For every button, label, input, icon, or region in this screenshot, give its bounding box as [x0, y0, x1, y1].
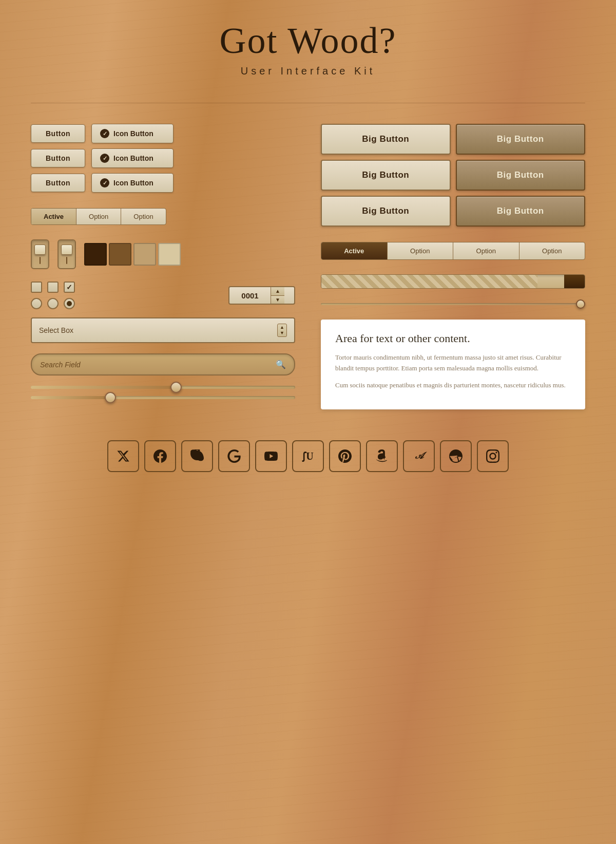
swatch-group	[84, 243, 181, 266]
swatch-light[interactable]	[158, 243, 181, 266]
checkboxes-row	[31, 282, 75, 293]
stepper-down[interactable]: ▼	[271, 296, 284, 304]
buttons-section: Button Icon Button Button Icon Button Bu…	[31, 124, 295, 193]
facebook-icon[interactable]	[144, 440, 176, 472]
stepper-arrows: ▲ ▼	[271, 287, 284, 304]
big-btn-1[interactable]: Big Button	[321, 124, 451, 155]
left-tab-active[interactable]: Active	[31, 209, 76, 224]
dribbble-icon[interactable]	[440, 440, 472, 472]
content-para-1: Tortor mauris condimentum nibh, ut ferme…	[335, 352, 571, 374]
icon-button-2[interactable]: Icon Button	[91, 148, 174, 168]
toggle-knob-1	[34, 245, 46, 255]
right-tab-option-2[interactable]: Option	[453, 242, 519, 259]
search-icon: 🔍	[276, 360, 286, 369]
slider-1-fill	[31, 386, 176, 389]
content-area: Area for text or other content. Tortor m…	[321, 320, 585, 409]
slider-1-container	[31, 386, 295, 389]
checkbox-3[interactable]	[64, 282, 75, 293]
right-tab-option-1[interactable]: Option	[388, 242, 454, 259]
main-grid: Button Icon Button Button Icon Button Bu…	[31, 124, 585, 419]
left-tab-group: Active Option Option	[31, 208, 166, 225]
check-icon-1	[100, 129, 109, 138]
icon-button-label-2: Icon Button	[113, 154, 153, 162]
slider-1-track[interactable]	[31, 386, 295, 389]
big-btn-5[interactable]: Big Button	[321, 196, 451, 227]
checkbox-2[interactable]	[47, 282, 59, 293]
plain-button-3[interactable]: Button	[31, 174, 85, 192]
progress-bar-container	[321, 274, 585, 289]
icon-button-3[interactable]: Icon Button	[91, 173, 174, 193]
radio-3[interactable]	[64, 298, 75, 309]
appstore-icon[interactable]: 𝒜	[403, 440, 435, 472]
radio-1[interactable]	[31, 298, 42, 309]
pinterest-icon[interactable]	[329, 440, 361, 472]
search-placeholder: Search Field	[40, 361, 276, 369]
toggle-switch-1[interactable]	[31, 239, 49, 269]
instagram-icon[interactable]	[477, 440, 509, 472]
social-row: ʃU 𝒜	[31, 440, 585, 472]
toggle-line-1	[40, 257, 41, 264]
header: Got Wood? User Interface Kit	[31, 21, 585, 77]
swatch-medium-dark[interactable]	[109, 243, 131, 266]
button-row-3: Button Icon Button	[31, 173, 295, 193]
swatch-medium[interactable]	[133, 243, 156, 266]
plain-button-2[interactable]: Button	[31, 149, 85, 167]
google-icon[interactable]	[218, 440, 250, 472]
content-para-2: Cum sociis natoque penatibus et magnis d…	[335, 380, 571, 391]
stumbleupon-icon[interactable]: ʃU	[292, 440, 324, 472]
page-title: Got Wood?	[31, 21, 585, 61]
toggle-line-2	[66, 257, 67, 264]
swatch-dark[interactable]	[84, 243, 107, 266]
select-arrow-up: ▲	[280, 325, 284, 330]
radio-2[interactable]	[47, 298, 59, 309]
slider-2-track[interactable]	[31, 396, 295, 399]
twitter-icon[interactable]	[107, 440, 139, 472]
right-column: Big Button Big Button Big Button Big But…	[321, 124, 585, 419]
progress-track	[321, 274, 585, 289]
slider-1-thumb[interactable]	[170, 382, 182, 393]
big-buttons-grid: Big Button Big Button Big Button Big But…	[321, 124, 585, 227]
stepper-area: 0001 ▲ ▼	[228, 286, 295, 305]
check-icon-3	[100, 178, 109, 187]
select-box[interactable]: Select Box ▲ ▼	[31, 317, 295, 343]
content-heading: Area for text or other content.	[335, 332, 571, 345]
slider-2-container	[31, 396, 295, 399]
stepper-value: 0001	[229, 287, 271, 304]
right-tab-active[interactable]: Active	[321, 242, 388, 259]
button-row-2: Button Icon Button	[31, 148, 295, 168]
thin-slider[interactable]	[321, 303, 585, 305]
left-tab-option-1[interactable]: Option	[76, 209, 121, 224]
toggle-switch-2[interactable]	[57, 239, 76, 269]
slider-2-thumb[interactable]	[105, 392, 116, 403]
left-tab-option-2[interactable]: Option	[121, 209, 165, 224]
youtube-icon[interactable]	[255, 440, 287, 472]
thin-slider-thumb[interactable]	[576, 299, 585, 309]
right-tab-group: Active Option Option Option	[321, 242, 585, 260]
stepper-up[interactable]: ▲	[271, 287, 284, 296]
header-divider	[31, 103, 585, 103]
big-btn-3[interactable]: Big Button	[321, 160, 451, 191]
icon-button-label-3: Icon Button	[113, 179, 153, 187]
select-label: Select Box	[39, 326, 277, 334]
radios-row	[31, 298, 75, 309]
number-stepper[interactable]: 0001 ▲ ▼	[228, 286, 295, 305]
check-icon-2	[100, 154, 109, 163]
progress-fill	[321, 275, 537, 288]
amazon-icon[interactable]	[366, 440, 398, 472]
button-row-1: Button Icon Button	[31, 124, 295, 143]
search-field[interactable]: Search Field 🔍	[31, 353, 295, 376]
icon-button-1[interactable]: Icon Button	[91, 124, 174, 143]
left-column: Button Icon Button Button Icon Button Bu…	[31, 124, 295, 419]
page-subtitle: User Interface Kit	[31, 65, 585, 77]
select-arrows: ▲ ▼	[277, 324, 287, 337]
toggles-swatches-row	[31, 239, 295, 269]
plain-button-1[interactable]: Button	[31, 124, 85, 143]
big-btn-4[interactable]: Big Button	[456, 160, 586, 191]
big-btn-6[interactable]: Big Button	[456, 196, 586, 227]
big-btn-2[interactable]: Big Button	[456, 124, 586, 155]
skype-icon[interactable]	[181, 440, 213, 472]
checkbox-1[interactable]	[31, 282, 42, 293]
right-tab-option-3[interactable]: Option	[519, 242, 585, 259]
progress-dark-end	[564, 275, 585, 288]
icon-button-label-1: Icon Button	[113, 129, 153, 138]
